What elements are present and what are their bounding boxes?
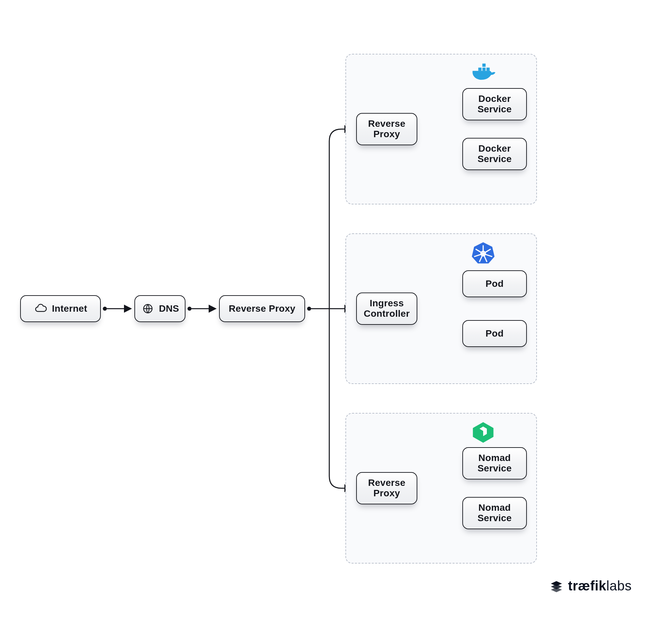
node-ingress-controller: Ingress Controller bbox=[356, 293, 417, 325]
node-dns: DNS bbox=[134, 295, 185, 322]
svg-point-4 bbox=[307, 307, 311, 311]
diagram-canvas: Internet DNS Reverse Proxy Reverse Proxy… bbox=[0, 0, 672, 617]
node-docker-service-1-label: Docker Service bbox=[477, 94, 512, 115]
node-pod-1-label: Pod bbox=[486, 279, 504, 289]
node-nomad-proxy: Reverse Proxy bbox=[356, 472, 417, 504]
node-docker-proxy-label: Reverse Proxy bbox=[368, 119, 405, 140]
brand-text-light: labs bbox=[606, 578, 632, 593]
node-internet: Internet bbox=[20, 295, 101, 322]
node-nomad-proxy-label: Reverse Proxy bbox=[368, 478, 405, 499]
svg-rect-16 bbox=[482, 68, 486, 71]
svg-rect-17 bbox=[487, 68, 490, 71]
node-ingress-controller-label: Ingress Controller bbox=[364, 298, 410, 319]
brand-text: træfiklabs bbox=[568, 578, 632, 593]
brand-logo: træfiklabs bbox=[549, 578, 632, 593]
node-docker-service-2-label: Docker Service bbox=[477, 144, 512, 164]
cloud-icon bbox=[34, 302, 48, 316]
connectors bbox=[0, 0, 672, 617]
node-pod-1: Pod bbox=[462, 270, 527, 297]
nomad-icon bbox=[470, 419, 497, 446]
svg-rect-15 bbox=[478, 68, 482, 71]
node-dns-label: DNS bbox=[159, 304, 179, 314]
brand-text-bold: træfik bbox=[568, 578, 606, 593]
docker-icon bbox=[470, 60, 497, 87]
node-pod-2-label: Pod bbox=[486, 329, 504, 339]
globe-icon bbox=[141, 302, 155, 316]
traefik-mark-icon bbox=[549, 579, 564, 593]
svg-point-0 bbox=[103, 307, 107, 311]
node-pod-2: Pod bbox=[462, 320, 527, 347]
node-docker-service-1: Docker Service bbox=[462, 88, 527, 120]
node-internet-label: Internet bbox=[52, 304, 87, 314]
node-nomad-service-1-label: Nomad Service bbox=[477, 453, 512, 474]
node-docker-proxy: Reverse Proxy bbox=[356, 113, 417, 145]
node-nomad-service-2: Nomad Service bbox=[462, 497, 527, 529]
node-nomad-service-1: Nomad Service bbox=[462, 447, 527, 479]
kubernetes-icon bbox=[470, 239, 497, 266]
svg-point-2 bbox=[187, 307, 192, 311]
node-nomad-service-2-label: Nomad Service bbox=[477, 503, 512, 524]
svg-rect-18 bbox=[482, 64, 486, 67]
node-reverse-proxy-main-label: Reverse Proxy bbox=[229, 304, 295, 314]
node-docker-service-2: Docker Service bbox=[462, 138, 527, 170]
node-reverse-proxy-main: Reverse Proxy bbox=[219, 295, 305, 322]
